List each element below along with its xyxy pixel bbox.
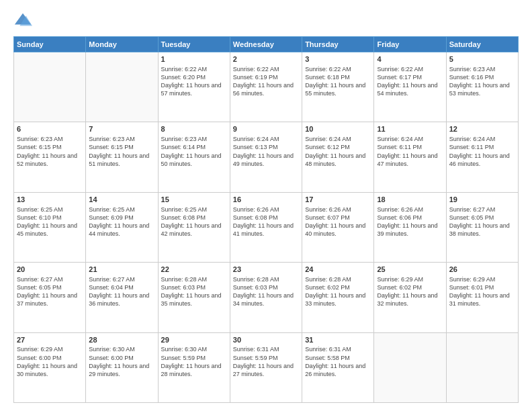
calendar-cell: 22Sunrise: 6:28 AMSunset: 6:03 PMDayligh… bbox=[158, 263, 230, 332]
calendar-cell: 12Sunrise: 6:24 AMSunset: 6:11 PMDayligh… bbox=[446, 122, 518, 192]
calendar-cell: 19Sunrise: 6:27 AMSunset: 6:05 PMDayligh… bbox=[446, 192, 518, 262]
day-number: 15 bbox=[161, 195, 227, 205]
day-number: 28 bbox=[89, 335, 154, 345]
calendar-table: SundayMondayTuesdayWednesdayThursdayFrid… bbox=[13, 36, 519, 403]
day-info: Sunrise: 6:28 AMSunset: 6:02 PMDaylight:… bbox=[305, 275, 371, 308]
weekday-header-saturday: Saturday bbox=[446, 37, 518, 52]
day-number: 1 bbox=[161, 54, 227, 64]
header bbox=[13, 11, 519, 30]
day-info: Sunrise: 6:22 AMSunset: 6:20 PMDaylight:… bbox=[161, 65, 227, 98]
day-info: Sunrise: 6:28 AMSunset: 6:03 PMDaylight:… bbox=[233, 275, 299, 308]
day-number: 16 bbox=[233, 195, 299, 205]
day-number: 23 bbox=[233, 265, 299, 275]
day-number: 17 bbox=[305, 195, 371, 205]
week-row-4: 27Sunrise: 6:29 AMSunset: 6:00 PMDayligh… bbox=[14, 332, 519, 402]
day-number: 4 bbox=[377, 54, 443, 64]
calendar-cell bbox=[86, 52, 158, 122]
day-number: 12 bbox=[449, 124, 515, 134]
calendar-cell: 17Sunrise: 6:26 AMSunset: 6:07 PMDayligh… bbox=[302, 192, 374, 262]
day-number: 27 bbox=[17, 335, 83, 345]
day-number: 14 bbox=[89, 195, 154, 205]
day-number: 22 bbox=[161, 265, 227, 275]
day-info: Sunrise: 6:29 AMSunset: 6:00 PMDaylight:… bbox=[17, 345, 83, 378]
day-number: 9 bbox=[233, 124, 299, 134]
day-info: Sunrise: 6:30 AMSunset: 6:00 PMDaylight:… bbox=[89, 345, 154, 378]
weekday-header-monday: Monday bbox=[86, 37, 158, 52]
calendar-cell: 31Sunrise: 6:31 AMSunset: 5:58 PMDayligh… bbox=[302, 332, 374, 402]
calendar-cell: 4Sunrise: 6:22 AMSunset: 6:17 PMDaylight… bbox=[374, 52, 446, 122]
calendar-cell: 9Sunrise: 6:24 AMSunset: 6:13 PMDaylight… bbox=[230, 122, 302, 192]
calendar-cell: 16Sunrise: 6:26 AMSunset: 6:08 PMDayligh… bbox=[230, 192, 302, 262]
day-info: Sunrise: 6:27 AMSunset: 6:04 PMDaylight:… bbox=[89, 275, 154, 308]
day-info: Sunrise: 6:24 AMSunset: 6:12 PMDaylight:… bbox=[305, 135, 371, 168]
calendar-cell bbox=[446, 332, 518, 402]
day-number: 2 bbox=[233, 54, 299, 64]
day-info: Sunrise: 6:29 AMSunset: 6:02 PMDaylight:… bbox=[377, 275, 443, 308]
day-info: Sunrise: 6:23 AMSunset: 6:16 PMDaylight:… bbox=[449, 65, 515, 98]
day-number: 29 bbox=[161, 335, 227, 345]
weekday-header-row: SundayMondayTuesdayWednesdayThursdayFrid… bbox=[14, 37, 519, 52]
calendar-cell: 13Sunrise: 6:25 AMSunset: 6:10 PMDayligh… bbox=[14, 192, 86, 262]
calendar-cell: 8Sunrise: 6:23 AMSunset: 6:14 PMDaylight… bbox=[158, 122, 230, 192]
calendar-cell: 1Sunrise: 6:22 AMSunset: 6:20 PMDaylight… bbox=[158, 52, 230, 122]
day-info: Sunrise: 6:25 AMSunset: 6:10 PMDaylight:… bbox=[17, 205, 83, 238]
weekday-header-sunday: Sunday bbox=[14, 37, 86, 52]
day-info: Sunrise: 6:22 AMSunset: 6:19 PMDaylight:… bbox=[233, 65, 299, 98]
calendar-cell: 7Sunrise: 6:23 AMSunset: 6:15 PMDaylight… bbox=[86, 122, 158, 192]
day-number: 6 bbox=[17, 124, 83, 134]
calendar-cell: 29Sunrise: 6:30 AMSunset: 5:59 PMDayligh… bbox=[158, 332, 230, 402]
day-number: 10 bbox=[305, 124, 371, 134]
week-row-1: 6Sunrise: 6:23 AMSunset: 6:15 PMDaylight… bbox=[14, 122, 519, 192]
calendar-cell: 26Sunrise: 6:29 AMSunset: 6:01 PMDayligh… bbox=[446, 263, 518, 332]
calendar-cell: 25Sunrise: 6:29 AMSunset: 6:02 PMDayligh… bbox=[374, 263, 446, 332]
calendar-cell: 18Sunrise: 6:26 AMSunset: 6:06 PMDayligh… bbox=[374, 192, 446, 262]
day-info: Sunrise: 6:23 AMSunset: 6:15 PMDaylight:… bbox=[89, 135, 154, 168]
day-number: 8 bbox=[161, 124, 227, 134]
day-number: 21 bbox=[89, 265, 154, 275]
weekday-header-wednesday: Wednesday bbox=[230, 37, 302, 52]
calendar-cell: 21Sunrise: 6:27 AMSunset: 6:04 PMDayligh… bbox=[86, 263, 158, 332]
weekday-header-tuesday: Tuesday bbox=[158, 37, 230, 52]
calendar-cell: 6Sunrise: 6:23 AMSunset: 6:15 PMDaylight… bbox=[14, 122, 86, 192]
calendar-cell: 23Sunrise: 6:28 AMSunset: 6:03 PMDayligh… bbox=[230, 263, 302, 332]
day-info: Sunrise: 6:25 AMSunset: 6:09 PMDaylight:… bbox=[89, 205, 154, 238]
week-row-3: 20Sunrise: 6:27 AMSunset: 6:05 PMDayligh… bbox=[14, 263, 519, 332]
day-number: 31 bbox=[305, 335, 371, 345]
day-number: 24 bbox=[305, 265, 371, 275]
day-number: 26 bbox=[449, 265, 515, 275]
day-number: 11 bbox=[377, 124, 443, 134]
day-number: 30 bbox=[233, 335, 299, 345]
day-info: Sunrise: 6:22 AMSunset: 6:17 PMDaylight:… bbox=[377, 65, 443, 98]
logo bbox=[13, 11, 35, 30]
day-info: Sunrise: 6:23 AMSunset: 6:14 PMDaylight:… bbox=[161, 135, 227, 168]
calendar-cell: 14Sunrise: 6:25 AMSunset: 6:09 PMDayligh… bbox=[86, 192, 158, 262]
calendar-cell bbox=[14, 52, 86, 122]
day-number: 25 bbox=[377, 265, 443, 275]
calendar-cell: 10Sunrise: 6:24 AMSunset: 6:12 PMDayligh… bbox=[302, 122, 374, 192]
logo-icon bbox=[13, 11, 32, 30]
calendar-cell: 27Sunrise: 6:29 AMSunset: 6:00 PMDayligh… bbox=[14, 332, 86, 402]
day-number: 13 bbox=[17, 195, 83, 205]
day-info: Sunrise: 6:31 AMSunset: 5:58 PMDaylight:… bbox=[305, 345, 371, 378]
calendar-cell: 5Sunrise: 6:23 AMSunset: 6:16 PMDaylight… bbox=[446, 52, 518, 122]
day-info: Sunrise: 6:27 AMSunset: 6:05 PMDaylight:… bbox=[17, 275, 83, 308]
weekday-header-friday: Friday bbox=[374, 37, 446, 52]
day-info: Sunrise: 6:25 AMSunset: 6:08 PMDaylight:… bbox=[161, 205, 227, 238]
week-row-0: 1Sunrise: 6:22 AMSunset: 6:20 PMDaylight… bbox=[14, 52, 519, 122]
calendar-cell: 3Sunrise: 6:22 AMSunset: 6:18 PMDaylight… bbox=[302, 52, 374, 122]
day-info: Sunrise: 6:23 AMSunset: 6:15 PMDaylight:… bbox=[17, 135, 83, 168]
calendar-cell bbox=[374, 332, 446, 402]
calendar-cell: 11Sunrise: 6:24 AMSunset: 6:11 PMDayligh… bbox=[374, 122, 446, 192]
calendar-cell: 28Sunrise: 6:30 AMSunset: 6:00 PMDayligh… bbox=[86, 332, 158, 402]
day-number: 20 bbox=[17, 265, 83, 275]
day-info: Sunrise: 6:26 AMSunset: 6:07 PMDaylight:… bbox=[305, 205, 371, 238]
day-info: Sunrise: 6:31 AMSunset: 5:59 PMDaylight:… bbox=[233, 345, 299, 378]
day-info: Sunrise: 6:26 AMSunset: 6:06 PMDaylight:… bbox=[377, 205, 443, 238]
day-number: 18 bbox=[377, 195, 443, 205]
day-number: 5 bbox=[449, 54, 515, 64]
day-info: Sunrise: 6:24 AMSunset: 6:11 PMDaylight:… bbox=[377, 135, 443, 168]
weekday-header-thursday: Thursday bbox=[302, 37, 374, 52]
calendar-cell: 20Sunrise: 6:27 AMSunset: 6:05 PMDayligh… bbox=[14, 263, 86, 332]
calendar-cell: 15Sunrise: 6:25 AMSunset: 6:08 PMDayligh… bbox=[158, 192, 230, 262]
day-number: 3 bbox=[305, 54, 371, 64]
